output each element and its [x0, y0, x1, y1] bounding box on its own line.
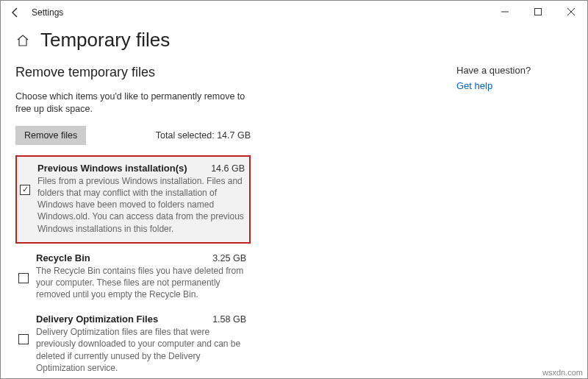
close-icon [567, 8, 575, 15]
item-title: Previous Windows installation(s) [37, 163, 187, 174]
checkbox-wrap [18, 314, 32, 344]
page-title: Temporary files [40, 29, 170, 52]
item-checkbox[interactable] [18, 334, 29, 344]
checkbox-wrap [18, 252, 32, 283]
help-question: Have a question? [456, 65, 531, 76]
file-item: Recycle Bin3.25 GBThe Recycle Bin contai… [15, 247, 251, 308]
item-head: Recycle Bin3.25 GB [36, 252, 246, 263]
item-head: Delivery Optimization Files1.58 GB [36, 314, 246, 325]
file-item: ✓Previous Windows installation(s)14.6 GB… [15, 155, 251, 244]
item-title: Delivery Optimization Files [36, 314, 158, 325]
back-arrow-icon [10, 7, 21, 18]
section-heading: Remove temporary files [15, 65, 251, 80]
item-checkbox[interactable] [18, 273, 29, 283]
item-checkbox[interactable]: ✓ [20, 185, 30, 195]
svg-rect-1 [534, 9, 541, 15]
watermark: wsxdn.com [542, 368, 583, 377]
action-row: Remove files Total selected: 14.7 GB [15, 126, 251, 145]
home-icon [16, 34, 29, 47]
item-head: Previous Windows installation(s)14.6 GB [37, 163, 245, 174]
file-item: Delivery Optimization Files1.58 GBDelive… [15, 308, 251, 379]
content-area: Remove temporary files Choose which item… [1, 65, 587, 379]
main-column: Remove temporary files Choose which item… [15, 65, 251, 379]
minimize-button[interactable] [488, 1, 521, 23]
remove-files-button[interactable]: Remove files [15, 126, 86, 145]
close-button[interactable] [554, 1, 587, 23]
item-body: Delivery Optimization Files1.58 GBDelive… [32, 314, 246, 374]
item-size: 1.58 GB [212, 314, 246, 325]
get-help-link[interactable]: Get help [456, 80, 531, 91]
item-body: Recycle Bin3.25 GBThe Recycle Bin contai… [32, 252, 246, 301]
item-title: Recycle Bin [36, 252, 90, 263]
back-button[interactable] [5, 2, 26, 23]
home-button[interactable] [15, 33, 30, 48]
maximize-button[interactable] [521, 1, 554, 23]
minimize-icon [501, 8, 509, 15]
file-list: ✓Previous Windows installation(s)14.6 GB… [15, 155, 251, 379]
item-size: 14.6 GB [211, 163, 245, 174]
maximize-icon [534, 8, 542, 15]
page-header: Temporary files [1, 24, 587, 65]
window-controls [488, 1, 587, 23]
instruction-text: Choose which items you'd like to permane… [15, 91, 251, 116]
help-sidebar: Have a question? Get help [456, 65, 531, 379]
item-description: The Recycle Bin contains files you have … [36, 265, 246, 301]
item-description: Delivery Optimization files are files th… [36, 326, 246, 374]
item-size: 3.25 GB [212, 253, 246, 263]
item-description: Files from a previous Windows installati… [37, 175, 245, 235]
title-bar: Settings [1, 1, 587, 24]
window-title: Settings [32, 7, 63, 18]
checkbox-wrap: ✓ [20, 163, 33, 195]
total-selected-label: Total selected: 14.7 GB [156, 130, 251, 141]
item-body: Previous Windows installation(s)14.6 GBF… [33, 163, 245, 235]
